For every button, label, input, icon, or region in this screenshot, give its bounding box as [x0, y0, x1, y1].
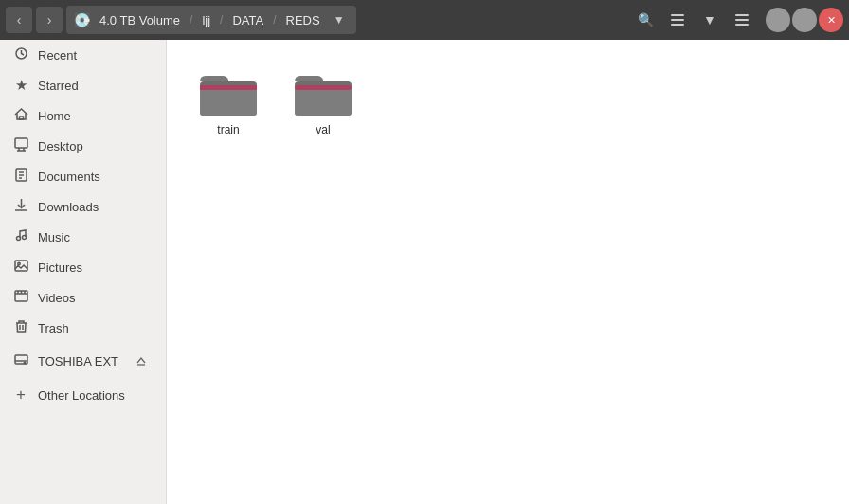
svg-point-31 — [24, 362, 26, 364]
starred-label: Starred — [38, 79, 153, 93]
back-button[interactable]: ‹ — [6, 7, 32, 33]
folder-train-name: train — [217, 123, 239, 136]
folder-val[interactable]: val — [280, 59, 366, 144]
sidebar-item-desktop[interactable]: Desktop — [0, 131, 166, 161]
starred-icon: ★ — [13, 77, 28, 94]
sidebar-item-pictures[interactable]: Pictures — [0, 252, 166, 282]
sidebar-item-other-locations[interactable]: + Other Locations — [0, 379, 166, 411]
sidebar-item-toshiba-ext[interactable]: TOSHIBA EXT — [0, 343, 166, 379]
drive-icon: 💽 — [74, 12, 90, 27]
sidebar-item-recent[interactable]: Recent — [0, 40, 166, 70]
titlebar-right: 🔍 ▼ — □ ✕ — [631, 7, 843, 33]
svg-rect-5 — [735, 24, 749, 26]
toshiba-ext-label: TOSHIBA EXT — [38, 354, 120, 369]
drive-icon — [13, 352, 28, 369]
svg-rect-2 — [671, 24, 684, 26]
view-options-button[interactable]: ▼ — [695, 7, 724, 33]
sidebar-item-home[interactable]: Home — [0, 100, 166, 131]
menu-button[interactable] — [728, 7, 756, 33]
music-icon — [13, 228, 28, 245]
folder-val-name: val — [316, 123, 330, 136]
svg-point-19 — [22, 236, 26, 240]
svg-rect-8 — [15, 138, 27, 148]
sidebar-item-documents[interactable]: Documents — [0, 161, 166, 191]
file-area: train val — [167, 40, 849, 504]
breadcrumb-drive[interactable]: 4.0 TB Volume — [96, 11, 184, 29]
breadcrumb-ljj[interactable]: ljj — [198, 11, 214, 29]
breadcrumb-sep-3: / — [273, 13, 276, 27]
svg-rect-4 — [735, 19, 749, 21]
folder-train-icon — [198, 66, 259, 119]
home-icon — [13, 107, 28, 124]
location-bar: 💽 4.0 TB Volume / ljj / DATA / REDS ▼ — [66, 6, 356, 34]
sidebar-item-trash[interactable]: Trash — [0, 313, 166, 343]
downloads-icon — [13, 198, 28, 215]
documents-label: Documents — [38, 170, 153, 184]
pictures-icon — [13, 259, 28, 276]
svg-point-21 — [17, 262, 19, 264]
trash-label: Trash — [38, 321, 153, 335]
recent-icon — [13, 46, 28, 63]
breadcrumb-data[interactable]: DATA — [228, 11, 267, 29]
breadcrumb-dropdown-button[interactable]: ▼ — [330, 11, 349, 28]
svg-rect-38 — [295, 85, 352, 90]
other-locations-icon: + — [13, 386, 28, 405]
other-locations-label: Other Locations — [38, 388, 153, 403]
svg-rect-1 — [671, 19, 684, 21]
minimize-button[interactable]: — — [766, 8, 790, 32]
folder-val-icon — [293, 66, 353, 119]
desktop-label: Desktop — [38, 139, 153, 153]
svg-point-18 — [16, 237, 20, 241]
videos-label: Videos — [38, 291, 153, 305]
recent-label: Recent — [38, 48, 153, 63]
window-controls: — □ ✕ — [766, 8, 843, 32]
maximize-button[interactable]: □ — [792, 8, 817, 32]
breadcrumb-sep-1: / — [190, 13, 192, 27]
breadcrumb-sep-2: / — [220, 13, 223, 27]
downloads-label: Downloads — [38, 200, 153, 214]
svg-rect-35 — [200, 85, 257, 90]
search-button[interactable]: 🔍 — [631, 7, 659, 33]
trash-icon — [13, 319, 28, 336]
titlebar: ‹ › 💽 4.0 TB Volume / ljj / DATA / REDS … — [0, 0, 849, 40]
home-label: Home — [38, 109, 153, 123]
sidebar: Recent ★ Starred Home — [0, 40, 167, 504]
videos-icon — [13, 289, 28, 306]
close-button[interactable]: ✕ — [819, 8, 843, 32]
eject-button[interactable] — [130, 350, 153, 372]
documents-icon — [13, 168, 28, 185]
sidebar-item-starred[interactable]: ★ Starred — [0, 70, 166, 100]
pictures-label: Pictures — [38, 261, 153, 275]
svg-rect-3 — [735, 14, 749, 16]
breadcrumb-reds[interactable]: REDS — [282, 11, 324, 29]
main-content: Recent ★ Starred Home — [0, 40, 849, 504]
forward-button[interactable]: › — [36, 7, 63, 33]
sidebar-item-music[interactable]: Music — [0, 222, 166, 252]
svg-rect-20 — [15, 261, 27, 271]
svg-rect-7 — [19, 117, 23, 119]
list-view-button[interactable] — [663, 7, 692, 33]
sidebar-item-downloads[interactable]: Downloads — [0, 191, 166, 222]
desktop-icon — [13, 137, 28, 154]
folder-train[interactable]: train — [186, 59, 271, 144]
sidebar-item-videos[interactable]: Videos — [0, 282, 166, 313]
svg-rect-0 — [671, 14, 684, 16]
music-label: Music — [38, 230, 153, 244]
